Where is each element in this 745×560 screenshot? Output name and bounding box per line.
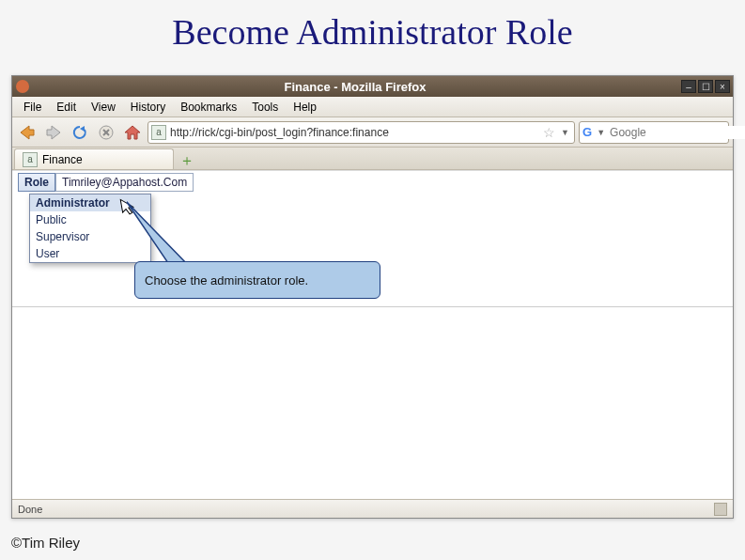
page-menu-role[interactable]: Role [18,173,55,192]
instruction-callout: Choose the administrator role. [134,261,380,299]
status-bar: Done [12,499,733,518]
window-titlebar: Finance - Mozilla Firefox – ☐ × [12,76,733,97]
svg-marker-10 [127,202,189,266]
site-favicon: a [151,125,166,140]
search-input[interactable] [610,126,745,139]
address-bar[interactable]: a ☆ ▼ [147,121,575,144]
copyright-text: ©Tim Riley [11,535,80,551]
reload-button[interactable] [69,121,91,144]
menu-edit[interactable]: Edit [49,99,84,116]
svg-marker-0 [21,126,34,139]
status-text: Done [18,504,42,515]
tab-finance[interactable]: a Finance [14,148,174,169]
page-divider [12,306,733,307]
svg-marker-6 [125,126,140,139]
new-tab-button[interactable]: ＋ [177,152,197,169]
browser-window: Finance - Mozilla Firefox – ☐ × File Edi… [11,75,734,519]
callout-text: Choose the administrator role. [145,273,308,288]
svg-marker-1 [47,126,60,139]
stop-button[interactable] [95,121,117,144]
tab-label: Finance [42,153,83,166]
menu-tools[interactable]: Tools [244,99,286,116]
menu-file[interactable]: File [16,99,49,116]
page-menu-user[interactable]: Timriley@Appahost.Com [55,173,194,192]
google-icon: G [582,125,592,140]
resize-grip-icon[interactable] [714,503,727,516]
page-content: Role Timriley@Appahost.Com Administrator… [12,170,733,499]
tab-favicon: a [23,152,38,167]
home-button[interactable] [121,121,144,144]
navigation-toolbar: a ☆ ▼ G ▼ [12,117,733,148]
forward-button[interactable] [42,121,65,144]
search-bar[interactable]: G ▼ [579,121,729,144]
menubar: File Edit View History Bookmarks Tools H… [12,97,733,117]
window-title: Finance - Mozilla Firefox [29,80,681,94]
menu-bookmarks[interactable]: Bookmarks [173,99,244,116]
close-button[interactable]: × [715,80,730,93]
back-button[interactable] [16,121,39,144]
menu-history[interactable]: History [123,99,173,116]
tab-strip: a Finance ＋ [12,148,733,170]
svg-marker-2 [80,126,85,132]
url-dropdown-icon[interactable]: ▼ [559,128,571,137]
search-engine-dropdown-icon[interactable]: ▼ [595,128,607,137]
slide-title: Become Administrator Role [0,0,745,58]
url-input[interactable] [170,126,539,139]
app-icon [16,80,29,93]
bookmark-star-icon[interactable]: ☆ [543,125,555,140]
minimize-button[interactable]: – [681,80,696,93]
menu-view[interactable]: View [84,99,123,116]
maximize-button[interactable]: ☐ [698,80,713,93]
menu-help[interactable]: Help [286,99,324,116]
